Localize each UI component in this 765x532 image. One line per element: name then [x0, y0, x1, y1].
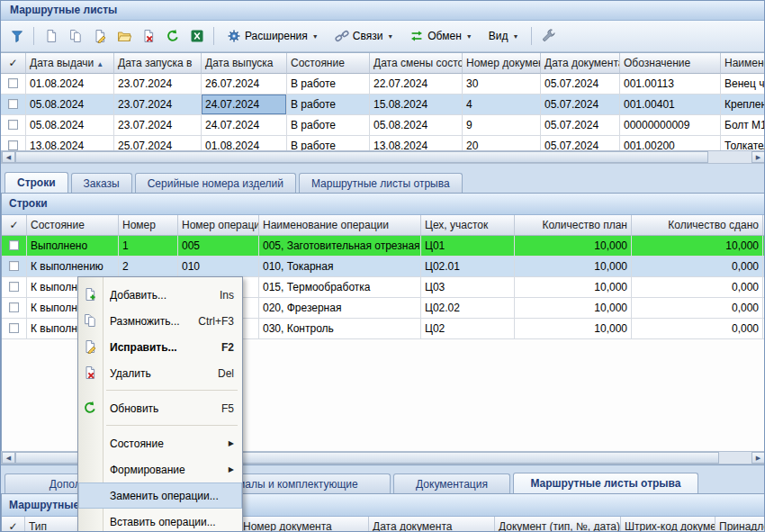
table-cell[interactable]: 05.07.2024	[541, 95, 620, 115]
scroll-right-arrow[interactable]	[752, 452, 765, 464]
table-cell[interactable]: 05.07.2024	[541, 136, 620, 150]
table-cell[interactable]: 01.08.2024	[26, 74, 114, 95]
edit-button[interactable]	[88, 25, 111, 47]
table-row[interactable]: 01.08.202423.07.202426.07.2024В работе22…	[1, 74, 765, 95]
column-header[interactable]: Дата выпуска	[202, 53, 287, 74]
table-cell[interactable]: 22.07.2024	[370, 74, 463, 95]
column-header[interactable]: Дата документа	[369, 517, 495, 532]
row-checkbox[interactable]	[9, 261, 19, 271]
checkbox-cell[interactable]	[2, 319, 27, 339]
table-cell[interactable]: 23.07.2024	[114, 74, 202, 95]
table-cell[interactable]: Болт М16	[721, 115, 765, 136]
links-dropdown[interactable]: Связи▼	[328, 25, 401, 47]
table-cell[interactable]: 0,000	[632, 277, 763, 298]
column-header[interactable]: ✓	[2, 215, 27, 236]
row-checkbox[interactable]	[8, 78, 18, 88]
checkbox-cell[interactable]	[2, 257, 27, 277]
checkbox-cell[interactable]	[1, 115, 26, 136]
table-cell[interactable]: Толкатель	[721, 136, 765, 150]
column-header[interactable]: Состояние	[287, 53, 370, 74]
extensions-dropdown[interactable]: Расширения▼	[220, 25, 326, 47]
table-cell[interactable]: 010	[178, 257, 259, 277]
refresh-button[interactable]	[161, 25, 184, 47]
table-cell[interactable]: 030, Контроль	[259, 319, 421, 339]
table-cell[interactable]: 4	[463, 95, 541, 115]
scroll-left-arrow[interactable]	[2, 151, 15, 163]
row-checkbox[interactable]	[9, 240, 19, 250]
column-header[interactable]: Дата смены состояния	[370, 53, 463, 74]
table-row[interactable]: 05.08.202423.07.202424.07.2024В работе15…	[1, 95, 765, 115]
table-cell[interactable]: 25.07.2024	[114, 136, 202, 150]
checkbox-cell[interactable]	[1, 95, 26, 115]
column-header[interactable]: ✓	[2, 517, 25, 532]
table-cell[interactable]: 10,000	[515, 236, 632, 257]
menu-insert-operations[interactable]: Вставить операции...	[78, 509, 242, 532]
checkbox-cell[interactable]	[1, 74, 26, 95]
menu-state[interactable]: Состояние▶	[78, 430, 242, 456]
row-checkbox[interactable]	[9, 302, 19, 312]
table-cell[interactable]: Ц02	[421, 319, 515, 339]
table-cell[interactable]: 10,000	[515, 257, 632, 277]
table-row[interactable]: 13.08.202425.07.202401.08.2024В работе13…	[1, 136, 765, 150]
table-cell[interactable]: 26.07.2024	[202, 74, 287, 95]
menu-replace-operations[interactable]: Заменить операции...	[78, 482, 242, 509]
table-cell[interactable]: 05.08.2024	[26, 95, 114, 115]
table-cell[interactable]: 10,000	[515, 319, 632, 339]
table-cell[interactable]: 10,000	[515, 277, 632, 298]
column-header[interactable]: Номер операции	[178, 215, 259, 236]
column-header[interactable]: Номер документа	[463, 53, 541, 74]
menu-refresh[interactable]: ОбновитьF5	[78, 395, 242, 421]
checkbox-cell[interactable]	[2, 277, 27, 298]
column-header[interactable]: Количество сдано	[632, 215, 763, 236]
column-header[interactable]: Номер	[119, 215, 178, 236]
table-cell[interactable]: 15.08.2024	[370, 95, 463, 115]
menu-duplicate[interactable]: Размножить...Ctrl+F3	[78, 308, 242, 334]
table-cell[interactable]: В работе	[287, 115, 370, 136]
add-button[interactable]	[40, 25, 62, 47]
view-dropdown[interactable]: Вид▼	[482, 26, 526, 46]
excel-export-button[interactable]	[185, 25, 208, 47]
table-cell[interactable]: Выполнено	[27, 236, 119, 257]
table-cell[interactable]: 10,000	[515, 298, 632, 319]
add-copy-button[interactable]	[64, 25, 86, 47]
table-cell[interactable]: 2	[119, 257, 178, 277]
checkbox-cell[interactable]	[2, 236, 27, 257]
menu-add[interactable]: Добавить...Ins	[78, 282, 242, 308]
table-cell[interactable]: 010, Токарная	[259, 257, 421, 277]
tab-tearoff-sheets[interactable]: Маршрутные листы отрыва	[299, 173, 463, 193]
table-cell[interactable]: В работе	[287, 95, 370, 115]
table-cell[interactable]: Ц01	[421, 236, 515, 257]
column-header[interactable]: Наименование операции	[259, 215, 421, 236]
column-header[interactable]: Наименование	[721, 53, 765, 74]
delete-button[interactable]	[137, 25, 159, 47]
table-cell[interactable]: 005	[178, 236, 259, 257]
table-cell[interactable]: 0,000	[632, 319, 763, 339]
column-header[interactable]: Дата документа	[541, 53, 620, 74]
table-cell[interactable]: 30	[463, 74, 541, 95]
row-checkbox[interactable]	[9, 282, 19, 292]
exchange-dropdown[interactable]: Обмен▼	[402, 25, 479, 47]
table-cell[interactable]: 24.07.2024	[202, 95, 287, 115]
tab-documentation[interactable]: Документация	[393, 473, 510, 493]
table-cell[interactable]: К выполнению	[27, 257, 119, 277]
table-cell[interactable]: 001.00401	[620, 95, 721, 115]
table-cell[interactable]: 9	[463, 115, 541, 136]
table-cell[interactable]: 020, Фрезерная	[259, 298, 421, 319]
row-checkbox[interactable]	[8, 120, 18, 130]
column-header[interactable]: Количество план	[515, 215, 632, 236]
tab-serial-numbers[interactable]: Серийные номера изделий	[135, 173, 296, 193]
table-row[interactable]: К выполнению2010010, ТокарнаяЦ02.0110,00…	[2, 257, 765, 277]
row-checkbox[interactable]	[8, 99, 18, 109]
column-header[interactable]: Цех, участок	[421, 215, 515, 236]
table-cell[interactable]: 005, Заготовительная отрезная	[259, 236, 421, 257]
column-header[interactable]: Штрих-код документа	[621, 517, 716, 532]
table-cell[interactable]: 24.07.2024	[202, 115, 287, 136]
table-cell[interactable]: 05.07.2024	[541, 115, 620, 136]
tab-tearoff-sheets-bottom[interactable]: Маршрутные листы отрыва	[513, 473, 698, 493]
table-cell[interactable]: 001.00113	[620, 74, 721, 95]
table-cell[interactable]: Венец червячный	[721, 74, 765, 95]
table-cell[interactable]: Ц02.02	[421, 298, 515, 319]
table-cell[interactable]: Ц02.01	[421, 257, 515, 277]
table-cell[interactable]: 05.08.2024	[26, 115, 114, 136]
column-header[interactable]: Принадлежность	[716, 517, 765, 532]
